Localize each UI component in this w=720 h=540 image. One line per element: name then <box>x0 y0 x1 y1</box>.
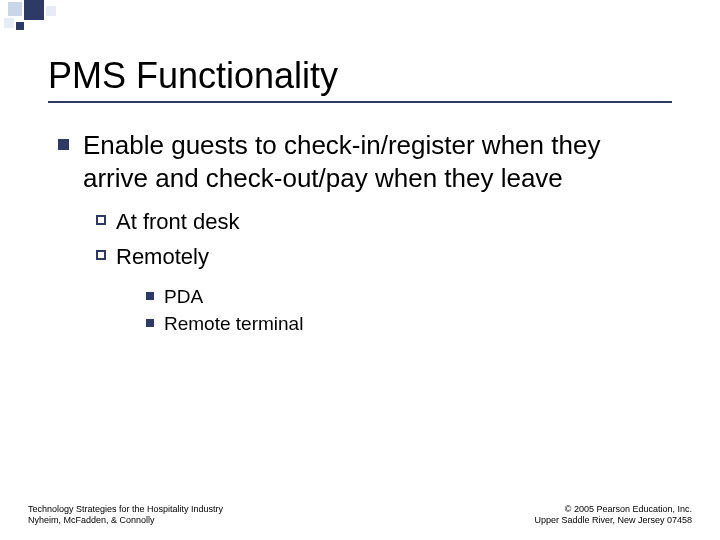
footer-left-line2: Nyheim, McFadden, & Connolly <box>28 515 223 526</box>
bullet-text: PDA <box>164 285 203 310</box>
bullet-text: At front desk <box>116 208 240 237</box>
content-area: Enable guests to check-in/register when … <box>48 129 672 337</box>
corner-decoration <box>0 0 120 40</box>
footer-left: Technology Strategies for the Hospitalit… <box>28 504 223 527</box>
bullet-text: Remotely <box>116 243 209 272</box>
small-square-bullet-icon <box>146 319 154 327</box>
slide-title: PMS Functionality <box>48 55 672 97</box>
slide-footer: Technology Strategies for the Hospitalit… <box>0 504 720 527</box>
small-square-bullet-icon <box>146 292 154 300</box>
hollow-square-bullet-icon <box>96 250 106 260</box>
footer-right-line2: Upper Saddle River, New Jersey 07458 <box>534 515 692 526</box>
bullet-level1: Enable guests to check-in/register when … <box>58 129 672 194</box>
bullet-level2: Remotely <box>96 243 672 272</box>
footer-right-line1: © 2005 Pearson Education, Inc. <box>534 504 692 515</box>
hollow-square-bullet-icon <box>96 215 106 225</box>
bullet-level3: Remote terminal <box>146 312 672 337</box>
footer-left-line1: Technology Strategies for the Hospitalit… <box>28 504 223 515</box>
title-underline <box>48 101 672 103</box>
bullet-text: Remote terminal <box>164 312 303 337</box>
slide-body: PMS Functionality Enable guests to check… <box>0 0 720 337</box>
bullet-level3: PDA <box>146 285 672 310</box>
bullet-text: Enable guests to check-in/register when … <box>83 129 672 194</box>
bullet-level2: At front desk <box>96 208 672 237</box>
footer-right: © 2005 Pearson Education, Inc. Upper Sad… <box>534 504 692 527</box>
square-bullet-icon <box>58 139 69 150</box>
